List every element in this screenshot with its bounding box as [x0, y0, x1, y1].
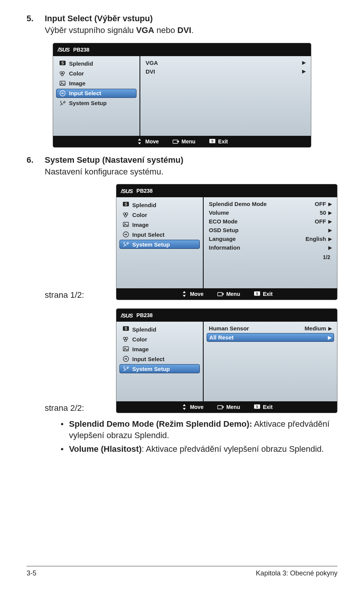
- osd-nav: S Splendid Color Image Input Select Syst…: [116, 197, 204, 288]
- osd-content: VGA ▶ DVI ▶: [140, 56, 311, 136]
- menu-icon: [217, 404, 224, 410]
- palette-icon: [122, 336, 129, 343]
- strana-1-label: strana 1/2:: [27, 290, 116, 300]
- nav-input-select[interactable]: Input Select: [56, 89, 136, 98]
- chevron-right-icon: ▶: [328, 335, 331, 340]
- nav-image[interactable]: Image: [119, 344, 200, 354]
- option-dvi[interactable]: DVI ▶: [146, 67, 306, 76]
- opt-eco-mode[interactable]: ECO ModeOFF▶: [209, 217, 332, 226]
- opt-all-reset[interactable]: All Reset▶: [207, 333, 334, 342]
- hint-menu: Menu: [217, 404, 240, 410]
- bullet-list: Splendid Demo Mode (Režim Splendid Demo)…: [61, 418, 337, 454]
- opt-information[interactable]: Information▶: [209, 243, 332, 252]
- osd-header: /SUS PB238: [116, 184, 337, 197]
- asus-logo: /SUS: [121, 312, 133, 319]
- palette-icon: [59, 70, 66, 77]
- osd-system-setup-p2: /SUS PB238 SSplendid Color Image Input S…: [116, 308, 337, 413]
- chapter-label: Kapitola 3: Obecné pokyny: [256, 569, 337, 577]
- nav-system-setup[interactable]: System Setup: [119, 240, 200, 249]
- input-icon: [59, 90, 66, 97]
- hint-move: Move: [181, 291, 204, 297]
- asus-logo: /SUS: [58, 46, 69, 53]
- s-icon: S: [122, 326, 129, 333]
- chevron-right-icon: ▶: [328, 219, 332, 224]
- tools-icon: [59, 100, 66, 107]
- nav-color[interactable]: Color: [56, 69, 136, 78]
- hint-menu: Menu: [217, 291, 240, 297]
- updown-icon: [136, 139, 143, 144]
- nav-system-setup[interactable]: System Setup: [119, 364, 200, 373]
- osd-content: Splendid Demo ModeOFF▶ Volume50▶ ECO Mod…: [204, 197, 337, 288]
- nav-system-setup[interactable]: System Setup: [56, 99, 136, 108]
- hint-menu: Menu: [173, 138, 196, 145]
- menu-icon: [217, 291, 224, 297]
- osd-nav: S Splendid Color Image Input Select: [53, 56, 140, 136]
- nav-color[interactable]: Color: [119, 210, 200, 219]
- opt-human-sensor[interactable]: Human SensorMedium▶: [209, 324, 332, 333]
- svg-text:S: S: [211, 139, 213, 143]
- tools-icon: [122, 241, 129, 248]
- svg-text:S: S: [256, 292, 258, 295]
- opt-volume[interactable]: Volume50▶: [209, 208, 332, 217]
- section-6-head: 6. System Setup (Nastavení systému): [27, 155, 337, 165]
- image-icon: [122, 346, 129, 352]
- section-number: 6.: [27, 155, 45, 165]
- chevron-right-icon: ▶: [328, 210, 332, 215]
- chevron-right-icon: ▶: [328, 228, 332, 233]
- nav-splendid[interactable]: SSplendid: [119, 325, 200, 334]
- osd-content: Human SensorMedium▶ All Reset▶: [204, 322, 337, 401]
- model-label: PB238: [136, 188, 153, 194]
- option-vga[interactable]: VGA ▶: [146, 58, 306, 67]
- osd-header: /SUS PB238: [116, 309, 337, 322]
- list-item: Splendid Demo Mode (Režim Splendid Demo)…: [61, 418, 337, 441]
- exit-icon: S: [254, 291, 260, 297]
- opt-language[interactable]: LanguageEnglish▶: [209, 234, 332, 243]
- input-icon: [122, 231, 129, 238]
- opt-splendid-demo[interactable]: Splendid Demo ModeOFF▶: [209, 200, 332, 208]
- nav-image[interactable]: Image: [119, 220, 200, 229]
- osd-system-setup-p1: /SUS PB238 S Splendid Color Image: [116, 184, 337, 300]
- nav-input-select[interactable]: Input Select: [119, 354, 200, 363]
- svg-point-6: [61, 82, 62, 83]
- nav-image[interactable]: Image: [56, 79, 136, 88]
- osd-header: /SUS PB238: [53, 43, 311, 56]
- svg-point-15: [124, 215, 127, 217]
- tools-icon: [122, 365, 129, 372]
- chevron-right-icon: ▶: [328, 236, 332, 242]
- s-icon: S: [59, 60, 66, 67]
- section-title: System Setup (Nastavení systému): [45, 155, 184, 165]
- hint-exit: SExit: [254, 291, 273, 297]
- section-number: 5.: [27, 14, 45, 24]
- exit-icon: S: [209, 139, 216, 144]
- opt-osd-setup[interactable]: OSD Setup▶: [209, 226, 332, 234]
- hint-exit: S Exit: [209, 138, 228, 145]
- nav-splendid[interactable]: S Splendid: [56, 59, 136, 68]
- exit-icon: S: [254, 404, 260, 410]
- model-label: PB238: [136, 312, 153, 318]
- section-6-desc: Nastavení konfigurace systému.: [45, 167, 337, 178]
- image-icon: [59, 80, 66, 87]
- osd-footer: Move Menu SExit: [116, 288, 337, 300]
- image-icon: [122, 221, 129, 228]
- osd-footer: Move Menu S Exit: [53, 136, 311, 147]
- svg-text:S: S: [256, 405, 258, 409]
- svg-text:S: S: [124, 202, 127, 206]
- hint-exit: SExit: [254, 404, 273, 410]
- nav-color[interactable]: Color: [119, 335, 200, 344]
- updown-icon: [181, 291, 188, 297]
- chevron-right-icon: ▶: [328, 245, 332, 250]
- chevron-right-icon: ▶: [328, 326, 332, 331]
- page-indicator: 1/2: [209, 252, 332, 261]
- svg-point-28: [124, 348, 126, 349]
- nav-splendid[interactable]: S Splendid: [119, 200, 200, 209]
- svg-point-26: [124, 339, 127, 341]
- nav-input-select[interactable]: Input Select: [119, 230, 200, 239]
- s-icon: S: [122, 201, 129, 208]
- svg-text:S: S: [124, 327, 127, 331]
- palette-icon: [122, 211, 129, 218]
- chevron-right-icon: ▶: [328, 201, 332, 207]
- input-icon: [122, 355, 129, 362]
- osd-input-select: /SUS PB238 S Splendid Color Image: [53, 43, 311, 148]
- svg-point-4: [61, 74, 63, 76]
- svg-point-17: [124, 223, 126, 225]
